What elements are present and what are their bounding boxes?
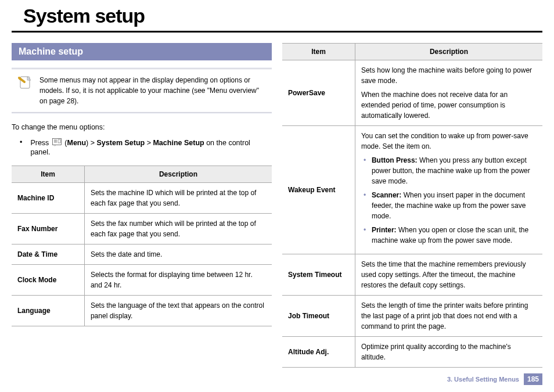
col-header-item: Item (12, 166, 84, 183)
left-column: Machine setup Some menus may not appear … (12, 43, 272, 368)
intro-text: To change the menu options: (12, 123, 272, 131)
table-row: Fax Number Sets the fax number which wil… (12, 214, 272, 244)
settings-table-right: Item Description PowerSave Sets how long… (282, 43, 542, 368)
page-title: System setup (23, 5, 531, 27)
content-area: Machine setup Some menus may not appear … (0, 33, 554, 368)
col-header-item: Item (282, 44, 355, 60)
table-row: Machine ID Sets the machine ID which wil… (12, 183, 272, 214)
table-row: Date & Time Sets the date and time. (12, 244, 272, 265)
note-text: Some menus may not appear in the display… (39, 76, 259, 105)
col-header-description: Description (84, 166, 272, 183)
note-box: Some menus may not appear in the display… (12, 69, 272, 113)
footer-page-number: 185 (524, 373, 542, 385)
table-row: Wakeup Event You can set the condition t… (282, 126, 542, 254)
settings-table-left: Item Description Machine ID Sets the mac… (12, 166, 272, 326)
bullet-icon: • (20, 138, 22, 156)
col-header-description: Description (355, 44, 542, 60)
table-row: Language Sets the language of the text t… (12, 296, 272, 326)
table-row: Altitude Adj. Optimize print quality acc… (282, 337, 542, 368)
table-row: Job Timeout Sets the length of time the … (282, 296, 542, 337)
page-footer: 3. Useful Setting Menus 185 (447, 373, 542, 385)
right-column: Item Description PowerSave Sets how long… (282, 43, 542, 368)
section-header: Machine setup (12, 43, 272, 60)
table-row: PowerSave Sets how long the machine wait… (282, 60, 542, 126)
footer-chapter: 3. Useful Setting Menus (447, 376, 519, 383)
note-icon (17, 75, 33, 90)
instruction-text: Press *# (Menu) > System Setup > Machine… (30, 138, 272, 156)
title-bar: System setup (12, 0, 542, 33)
instruction-row: • Press *# (Menu) > System Setup > Machi… (20, 138, 272, 156)
menu-button-icon: *# (52, 138, 62, 148)
table-row: System Timeout Sets the time that the ma… (282, 254, 542, 296)
table-row: Clock Mode Selects the format for displa… (12, 265, 272, 296)
